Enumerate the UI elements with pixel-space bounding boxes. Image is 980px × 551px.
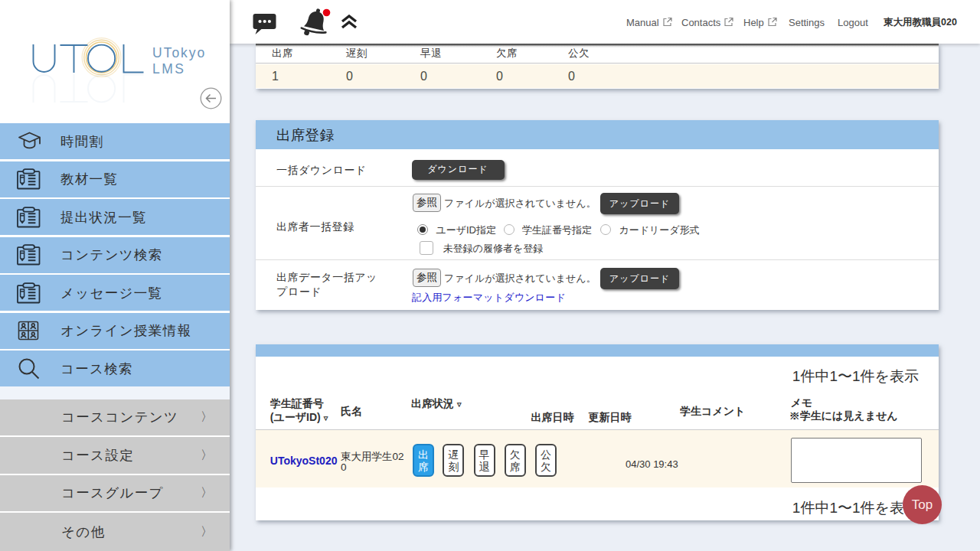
svg-text:UTokyo: UTokyo	[152, 45, 206, 60]
svg-text:LMS: LMS	[152, 61, 185, 77]
